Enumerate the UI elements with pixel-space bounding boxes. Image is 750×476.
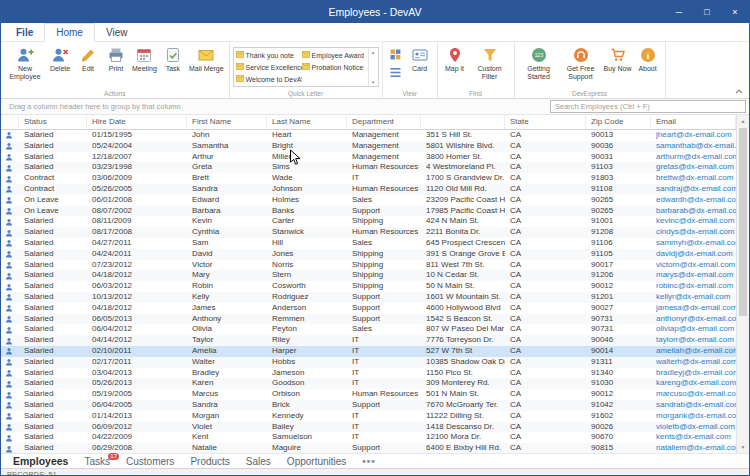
quick-letter-item[interactable]: Employee Award [302,49,368,61]
delete-button[interactable]: Delete [46,45,74,74]
task-button[interactable]: Task [159,45,187,74]
mail-merge-button[interactable]: Mail Merge [187,45,226,74]
cell-email[interactable]: violetb@dx-email.com [651,422,736,433]
vertical-scrollbar[interactable]: ▲ ▼ [736,115,749,453]
tab-home[interactable]: Home [44,23,95,42]
quick-letter-item[interactable]: Probation Notice [302,61,368,73]
collapse-ribbon-button[interactable] [733,84,745,94]
scrollbar-up-icon[interactable]: ▲ [737,115,749,127]
column-header-address[interactable] [421,115,505,129]
table-row[interactable]: Salaried06/03/2012RobinCosworthShipping5… [1,281,736,292]
maximize-button[interactable]: □ [693,1,721,23]
tabs-overflow[interactable]: ••• [354,455,384,468]
scroll-down-icon[interactable]: ▾ [372,79,375,85]
column-header-state[interactable]: State [505,115,586,129]
tab-file[interactable]: File [5,24,44,41]
table-row[interactable]: Salaried06/29/2008NatalieMaguireSupport6… [1,443,736,453]
cell-email[interactable]: oliviap@dx-email.com [651,324,736,335]
table-row[interactable]: Salaried05/26/2013KarenGoodsonIT309 Mont… [1,378,736,389]
table-row[interactable]: Salaried12/18/2007ArthurMillerManagement… [1,152,736,163]
column-header-department[interactable]: Department [347,115,421,129]
edit-button[interactable]: Edit [74,45,102,74]
scrollbar-down-icon[interactable]: ▼ [737,441,749,453]
quick-letter-item[interactable]: Thank you note [236,49,302,61]
table-row[interactable]: Salaried06/05/2013AnthonyRemmenSupport15… [1,314,736,325]
table-row[interactable]: Salaried08/11/2009KevinCarterShipping424… [1,216,736,227]
module-tab-opportunities[interactable]: Opportunities [279,455,354,468]
module-tab-customers[interactable]: Customers [118,455,182,468]
table-row[interactable]: Contract03/06/2009BrettWadeIT1700 S Gran… [1,173,736,184]
table-row[interactable]: On Leave08/07/2002BarbaraBanksSupport179… [1,206,736,217]
table-row[interactable]: Salaried07/23/2012VictorNorrisShipping81… [1,260,736,271]
cell-email[interactable]: gretas@dx-email.com [651,162,736,173]
meeting-button[interactable]: Meeting [130,45,159,74]
cell-email[interactable]: jheart@dx-email.com [651,130,736,141]
scrollbar-thumb[interactable] [739,128,747,316]
cell-email[interactable]: anthonyr@dx-email.com [651,314,736,325]
table-row[interactable]: Salaried06/09/2012VioletBaileyIT1418 Des… [1,422,736,433]
table-row[interactable]: Salaried04/18/2012JamesAndersonSupport46… [1,303,736,314]
table-row[interactable]: Salaried08/17/2008CynthiaStanwickHuman R… [1,227,736,238]
table-row[interactable]: Salaried03/04/2013BradleyJamesonIT1150 P… [1,368,736,379]
table-row[interactable]: Salaried02/10/2011AmeliaHarperIT527 W 7t… [1,346,736,357]
tab-view[interactable]: View [95,24,139,41]
scroll-up-icon[interactable]: ▴ [372,49,375,55]
cell-email[interactable]: samanthab@dx-email.com [651,141,736,152]
cell-email[interactable]: kellyr@dx-email.com [651,292,736,303]
table-row[interactable]: Salaried02/17/2011WalterHobbsIT10385 Sha… [1,357,736,368]
print-button[interactable]: Print [102,45,130,74]
cell-email[interactable]: sandraj@dx-email.com [651,184,736,195]
table-row[interactable]: Salaried05/19/2005MarcusOrbisonHuman Res… [1,389,736,400]
column-header-icon[interactable] [1,115,19,129]
table-row[interactable]: Salaried06/04/2005SandraBrickSupport7670… [1,400,736,411]
cell-email[interactable]: marys@dx-email.com [651,270,736,281]
column-header-last-name[interactable]: Last Name [267,115,347,129]
cell-email[interactable]: jamesa@dx-email.com [651,303,736,314]
cell-email[interactable]: kareng@dx-email.com [651,378,736,389]
quick-letter-item[interactable]: Welcome to DevAV [236,73,302,85]
cell-email[interactable]: taylorr@dx-email.com [651,335,736,346]
get-free-support-button[interactable]: Get Free Support [560,45,602,81]
close-button[interactable]: × [721,1,749,23]
map-it-button[interactable]: Map it [441,45,469,74]
table-row[interactable]: Salaried04/24/2011DavidJonesShipping391 … [1,249,736,260]
cell-email[interactable]: morgank@dx-email.com [651,411,736,422]
module-tab-products[interactable]: Products [182,455,237,468]
table-row[interactable]: Contract05/26/2005SandraJohnsonHuman Res… [1,184,736,195]
table-row[interactable]: Salaried04/22/2009KentSamuelsonIT12100 M… [1,432,736,443]
quick-letter-scrollbar[interactable]: ▴ ▾ [368,48,378,86]
quick-letter-item[interactable]: Service Excellence [236,61,302,73]
cell-email[interactable]: edwardh@dx-email.com [651,195,736,206]
column-header-email[interactable]: Email [651,115,736,129]
cell-email[interactable]: brettw@dx-email.com [651,173,736,184]
card-button[interactable]: Card [406,45,434,74]
table-row[interactable]: Salaried04/18/2012MarySternShipping10 N … [1,270,736,281]
module-tab-employees[interactable]: Employees [5,455,76,468]
column-header-zip-code[interactable]: Zip Code [586,115,651,129]
cell-email[interactable]: marcuso@dx-email.com [651,389,736,400]
table-row[interactable]: On Leave06/01/2008EdwardHolmesSales23209… [1,195,736,206]
cell-email[interactable]: cindys@dx-email.com [651,227,736,238]
cell-email[interactable]: barbarab@dx-email.com [651,206,736,217]
cell-email[interactable]: ameliah@dx-email.com [651,346,736,357]
column-header-first-name[interactable]: First Name [187,115,267,129]
column-header-hire-date[interactable]: Hire Date [87,115,187,129]
cell-email[interactable]: walterh@dx-email.com [651,357,736,368]
table-row[interactable]: Salaried01/15/1995JohnHeartManagement351… [1,130,736,141]
getting-started-button[interactable]: 123 Getting Started [518,45,560,81]
table-row[interactable]: Salaried04/27/2011SamHillSales645 Prospe… [1,238,736,249]
table-row[interactable]: Salaried06/04/2012OliviaPeytonSales807 W… [1,324,736,335]
search-input[interactable] [550,100,746,113]
cell-email[interactable]: sammyh@dx-email.com [651,238,736,249]
cell-email[interactable]: kents@dx-email.com [651,432,736,443]
cell-email[interactable]: sandrab@dx-email.com [651,400,736,411]
table-row[interactable]: Salaried10/13/2012KellyRodriguezSupport1… [1,292,736,303]
cell-email[interactable]: nataliem@dx-email.com [651,443,736,453]
column-header-status[interactable]: Status [19,115,87,129]
list-view-button[interactable] [388,65,404,81]
grid-view-button[interactable] [388,47,404,63]
table-row[interactable]: Salaried04/14/2012TaylorRileyIT7776 Torr… [1,335,736,346]
new-employee-button[interactable]: New Employee [4,45,46,81]
cell-email[interactable]: robinc@dx-email.com [651,281,736,292]
about-button[interactable]: i About [634,45,662,74]
